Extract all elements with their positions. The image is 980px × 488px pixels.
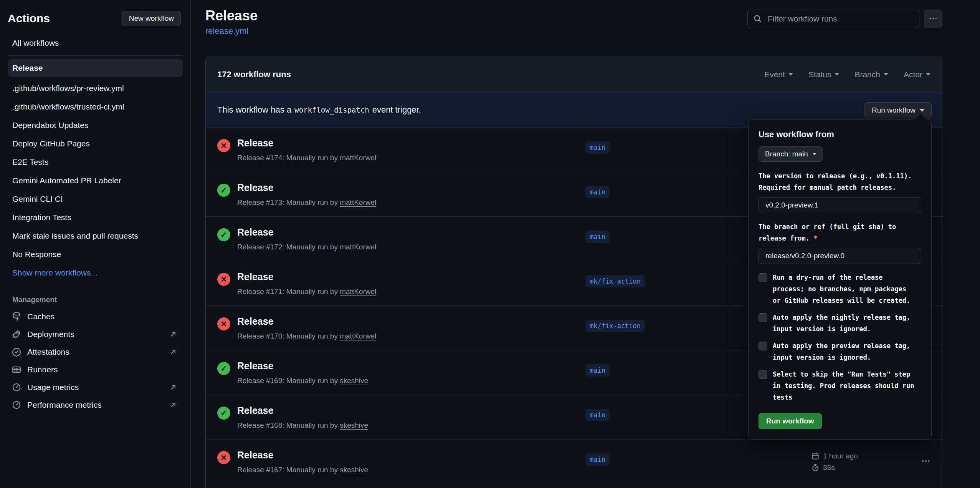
run-status-icon bbox=[217, 184, 230, 197]
workflow-file-link[interactable]: release.yml bbox=[205, 26, 248, 36]
new-workflow-button[interactable]: New workflow bbox=[122, 11, 181, 26]
run-title-link[interactable]: Release bbox=[237, 271, 578, 282]
run-actor-link[interactable]: skeshive bbox=[340, 377, 368, 385]
sidebar-workflow-item[interactable]: Integration Tests bbox=[8, 208, 183, 227]
run-actor-link[interactable]: mattKorwel bbox=[340, 243, 376, 251]
run-title-link[interactable]: Release bbox=[237, 450, 578, 461]
popover-checkbox-row[interactable]: Run a dry-run of the release process; no… bbox=[759, 272, 921, 306]
branch-chip[interactable]: main bbox=[585, 409, 610, 421]
page-kebab-button[interactable] bbox=[924, 10, 942, 28]
run-title-link[interactable]: Release bbox=[237, 405, 578, 416]
sidebar-workflow-item[interactable]: Show more workflows... bbox=[8, 264, 183, 282]
filter-runs-input[interactable] bbox=[747, 10, 919, 28]
chevron-down-icon bbox=[920, 109, 924, 112]
workflow-run-row[interactable]: Release Release #167: Manually run by sk… bbox=[206, 439, 942, 484]
run-description-text: Release #168: Manually run by bbox=[237, 421, 338, 429]
workflow-item-label: Release bbox=[12, 63, 43, 73]
management-section-title: Management bbox=[8, 295, 190, 304]
management-item[interactable]: Performance metrics bbox=[8, 396, 183, 414]
sidebar-item-all-workflows[interactable]: All workflows bbox=[0, 35, 190, 51]
run-title-link[interactable]: Release bbox=[237, 360, 578, 372]
chevron-down-icon bbox=[926, 73, 930, 76]
filter-dropdown[interactable]: Branch bbox=[854, 70, 888, 79]
sidebar-workflow-item[interactable]: No Response bbox=[8, 245, 183, 264]
management-item-icon bbox=[12, 329, 21, 339]
banner-text: This workflow has a bbox=[217, 105, 291, 115]
external-link-icon bbox=[169, 348, 177, 356]
run-main: Release Release #168: Manually run by sk… bbox=[237, 395, 578, 439]
sidebar-workflow-item[interactable]: Gemini CLI CI bbox=[8, 190, 183, 208]
sidebar-workflow-item[interactable]: Gemini Automated PR Labeler bbox=[8, 171, 183, 190]
run-actor-link[interactable]: skeshive bbox=[340, 421, 368, 429]
version-input[interactable] bbox=[759, 197, 921, 213]
run-description-text: Release #173: Manually run by bbox=[237, 198, 338, 206]
management-item-label: Usage metrics bbox=[27, 383, 79, 392]
version-input-label: The version to release (e.g., v0.1.11). … bbox=[759, 170, 921, 193]
run-actor-link[interactable]: mattKorwel bbox=[340, 198, 376, 206]
filter-dropdown[interactable]: Status bbox=[808, 70, 840, 79]
run-description: Release #169: Manually run by skeshive bbox=[237, 377, 578, 385]
workflow-item-label: E2E Tests bbox=[12, 158, 48, 167]
branch-chip[interactable]: mk/fix-action bbox=[585, 275, 645, 287]
run-title-link[interactable]: Release bbox=[237, 227, 578, 238]
run-title-link[interactable]: Release bbox=[237, 316, 578, 327]
management-item[interactable]: Runners bbox=[8, 361, 183, 378]
run-duration-text: 35s bbox=[823, 463, 835, 472]
run-title-link[interactable]: Release bbox=[237, 182, 578, 193]
checkbox[interactable] bbox=[759, 342, 767, 350]
checkbox[interactable] bbox=[759, 370, 767, 379]
management-item[interactable]: Attestations bbox=[8, 343, 183, 361]
branch-chip[interactable]: main bbox=[585, 231, 610, 243]
ref-label-text: The branch or ref (full git sha) to rele… bbox=[759, 223, 896, 242]
popover-checkbox-row[interactable]: Select to skip the "Run Tests" step in t… bbox=[759, 368, 921, 403]
run-workflow-popover: Use workflow from Branch: main The versi… bbox=[748, 119, 932, 440]
run-time-text: 1 hour ago bbox=[823, 452, 858, 460]
checkbox[interactable] bbox=[759, 273, 767, 282]
sidebar-workflow-item[interactable]: .github/workflows/pr-review.yml bbox=[8, 79, 183, 98]
run-actor-link[interactable]: mattKorwel bbox=[340, 332, 376, 340]
run-description: Release #171: Manually run by mattKorwel bbox=[237, 287, 578, 296]
run-workflow-label: Run workflow bbox=[872, 106, 916, 115]
filter-dropdown[interactable]: Event bbox=[764, 70, 793, 79]
run-actor-link[interactable]: mattKorwel bbox=[340, 287, 376, 295]
run-title-link[interactable]: Release bbox=[237, 138, 578, 149]
branch-chip[interactable]: main bbox=[585, 186, 610, 198]
ref-input[interactable] bbox=[759, 248, 921, 264]
sidebar-divider bbox=[8, 55, 183, 56]
sidebar-workflow-item[interactable]: Mark stale issues and pull requests bbox=[8, 227, 183, 245]
filter-dropdown[interactable]: Actor bbox=[904, 70, 930, 79]
workflow-item-label: Gemini CLI CI bbox=[12, 194, 63, 204]
filter-dropdown-label: Actor bbox=[904, 70, 922, 79]
sidebar-workflow-item[interactable]: Deploy GitHub Pages bbox=[8, 134, 183, 153]
workflow-item-label: Show more workflows... bbox=[12, 268, 98, 277]
filter-workflow-runs bbox=[747, 10, 919, 28]
sidebar-workflow-item[interactable]: .github/workflows/trusted-ci.yml bbox=[8, 98, 183, 116]
branch-chip[interactable]: main bbox=[585, 453, 610, 466]
workflow-list: Release .github/workflows/pr-review.yml … bbox=[0, 59, 190, 282]
filter-dropdown-label: Branch bbox=[854, 70, 880, 79]
run-status-icon bbox=[217, 317, 230, 330]
external-link-icon bbox=[169, 383, 177, 392]
management-item[interactable]: Usage metrics bbox=[8, 378, 183, 396]
checkbox[interactable] bbox=[759, 313, 767, 322]
sidebar-workflow-item[interactable]: E2E Tests bbox=[8, 153, 183, 171]
kebab-icon bbox=[929, 14, 938, 24]
run-workflow-submit-button[interactable]: Run workflow bbox=[759, 413, 822, 429]
run-kebab-button[interactable] bbox=[921, 456, 930, 467]
sidebar-workflow-item[interactable]: Dependabot Updates bbox=[8, 116, 183, 134]
branch-chip[interactable]: main bbox=[585, 364, 610, 377]
management-item[interactable]: Deployments bbox=[8, 325, 183, 343]
management-item[interactable]: Caches bbox=[8, 308, 183, 325]
run-main: Release Release #167: Manually run by sk… bbox=[237, 440, 578, 484]
run-description-text: Release #170: Manually run by bbox=[237, 332, 338, 340]
sidebar-workflow-item[interactable]: Release bbox=[8, 59, 183, 77]
branch-chip[interactable]: main bbox=[585, 141, 610, 154]
branch-select-button[interactable]: Branch: main bbox=[759, 146, 823, 162]
popover-checkbox-row[interactable]: Auto apply the nightly release tag, inpu… bbox=[759, 312, 921, 335]
workflow-item-label: Deploy GitHub Pages bbox=[12, 139, 90, 148]
sidebar-title: Actions bbox=[8, 12, 50, 25]
branch-chip[interactable]: mk/fix-action bbox=[585, 320, 645, 332]
run-actor-link[interactable]: skeshive bbox=[340, 466, 368, 474]
popover-checkbox-row[interactable]: Auto apply the preview release tag, inpu… bbox=[759, 340, 921, 363]
run-actor-link[interactable]: mattKorwel bbox=[340, 154, 376, 162]
